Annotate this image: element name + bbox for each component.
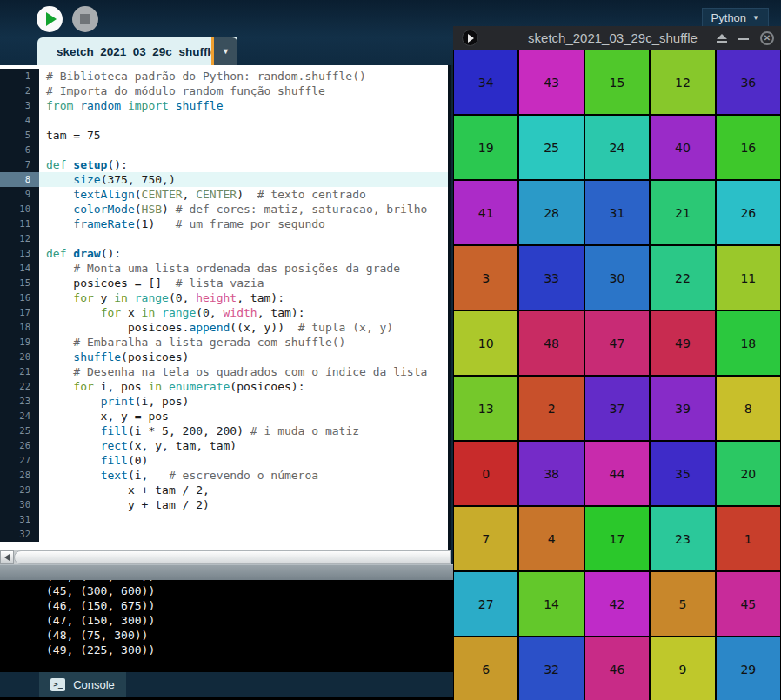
arrow-left-icon	[4, 554, 10, 561]
code-text: for y in range(0, height, tam):	[39, 290, 448, 305]
grid-cell: 5	[650, 571, 715, 637]
eject-icon	[717, 34, 727, 39]
line-number: 27	[0, 453, 39, 468]
grid-cell: 11	[716, 245, 781, 310]
code-text: rect(x, y, tam, tam)	[39, 438, 448, 453]
code-line[interactable]: 1# Biblioteca padrão do Python: random.s…	[0, 69, 448, 83]
grid-cell: 4	[518, 506, 584, 571]
code-line[interactable]: 11 frameRate(1) # um frame por segundo	[0, 217, 448, 231]
code-line[interactable]: 29 x + tam / 2,	[0, 483, 448, 497]
line-number: 30	[0, 497, 39, 512]
grid-cell: 41	[453, 180, 518, 245]
grid-cell: 23	[650, 506, 715, 571]
chevron-down-icon: ▼	[222, 47, 230, 56]
code-line[interactable]: 3from random import shuffle	[0, 98, 448, 113]
grid-cell: 43	[518, 50, 584, 115]
sketch-window-titlebar[interactable]: sketch_2021_03_29c_shuffle ✕	[453, 26, 781, 50]
code-line[interactable]: 9 textAlign(CENTER, CENTER) # texto cent…	[0, 187, 448, 202]
code-line[interactable]: 13def draw():	[0, 246, 448, 261]
line-number: 10	[0, 202, 39, 217]
grid-cell: 9	[650, 637, 715, 700]
code-line[interactable]: 10 colorMode(HSB) # def cores: matiz, sa…	[0, 202, 448, 217]
run-button[interactable]	[37, 6, 63, 32]
line-number: 28	[0, 468, 39, 483]
console-output[interactable]: (44, (150, 600))(45, (300, 600))(46, (15…	[0, 580, 453, 672]
grid-cell: 25	[518, 115, 584, 180]
play-icon	[468, 34, 474, 43]
code-line[interactable]: 31	[0, 512, 448, 527]
grid-cell: 18	[716, 310, 781, 376]
code-line[interactable]: 5tam = 75	[0, 128, 448, 143]
grid-cell: 16	[716, 115, 781, 180]
code-editor[interactable]: 1# Biblioteca padrão do Python: random.s…	[0, 65, 451, 550]
terminal-icon: >_	[50, 678, 65, 691]
grid-cell: 47	[584, 310, 650, 376]
scrollbar-thumb[interactable]	[14, 550, 451, 564]
grid-cell: 0	[453, 441, 518, 506]
editor-horizontal-scrollbar[interactable]	[0, 550, 451, 564]
code-line[interactable]: 14 # Monta uma lista ordenada das posiçõ…	[0, 261, 448, 276]
minimize-button[interactable]	[738, 37, 749, 40]
close-button[interactable]: ✕	[760, 31, 774, 45]
code-line[interactable]: 17 for x in range(0, width, tam):	[0, 305, 448, 320]
code-text: textAlign(CENTER, CENTER) # texto centra…	[39, 187, 448, 202]
code-text: # Importa do módulo random função shuffl…	[39, 83, 448, 98]
code-line[interactable]: 18 posicoes.append((x, y)) # tupla (x, y…	[0, 320, 448, 335]
code-line[interactable]: 19 # Embaralha a lista gerada com shuffl…	[0, 335, 448, 350]
sketch-tab-label: sketch_2021_03_29c_shuffle	[57, 45, 217, 58]
line-number: 16	[0, 290, 39, 305]
tab-menu-button[interactable]: ▼	[214, 37, 237, 65]
line-number: 32	[0, 527, 39, 542]
line-number: 29	[0, 483, 39, 497]
code-line[interactable]: 27 fill(0)	[0, 453, 448, 468]
grid-cell: 7	[453, 506, 518, 571]
code-line[interactable]: 15 posicoes = [] # lista vazia	[0, 276, 448, 290]
console-splitter-handle[interactable]	[0, 564, 453, 580]
grid-cell: 19	[453, 115, 518, 180]
grid-cell: 21	[650, 180, 715, 245]
code-text: for x in range(0, width, tam):	[39, 305, 448, 320]
shade-button[interactable]	[717, 34, 727, 43]
code-line[interactable]: 6	[0, 143, 448, 157]
code-line[interactable]: 2# Importa do módulo random função shuff…	[0, 83, 448, 98]
code-line[interactable]: 30 y + tam / 2)	[0, 497, 448, 512]
line-number: 22	[0, 379, 39, 394]
code-text: for i, pos in enumerate(posicoes):	[39, 379, 448, 394]
line-number: 6	[0, 143, 39, 157]
code-line[interactable]: 8 size(375, 750,)	[0, 172, 448, 187]
grid-cell: 14	[518, 571, 584, 637]
code-text: def draw():	[39, 246, 448, 261]
grid-cell: 42	[584, 571, 650, 637]
sketch-tab[interactable]: sketch_2021_03_29c_shuffle	[37, 37, 237, 65]
grid-cell: 20	[716, 441, 781, 506]
close-icon: ✕	[764, 33, 771, 43]
grid-cell: 37	[584, 376, 650, 441]
grid-cell: 40	[650, 115, 715, 180]
code-line[interactable]: 25 fill(i * 5, 200, 200) # i muda o mati…	[0, 423, 448, 438]
code-line[interactable]: 24 x, y = pos	[0, 409, 448, 423]
grid-cell: 17	[584, 506, 650, 571]
eject-icon-bar	[717, 41, 727, 43]
code-line[interactable]: 20 shuffle(posicoes)	[0, 350, 448, 364]
grid-cell: 28	[518, 180, 584, 245]
line-number: 4	[0, 113, 39, 128]
play-icon	[46, 12, 57, 26]
code-line[interactable]: 23 print(i, pos)	[0, 394, 448, 409]
scroll-left-button[interactable]	[0, 550, 14, 564]
code-line[interactable]: 16 for y in range(0, height, tam):	[0, 290, 448, 305]
line-number: 8	[0, 172, 39, 187]
code-line[interactable]: 26 rect(x, y, tam, tam)	[0, 438, 448, 453]
console-tab[interactable]: >_ Console	[39, 672, 126, 697]
grid-cell: 38	[518, 441, 584, 506]
code-line[interactable]: 32	[0, 527, 448, 542]
code-line[interactable]: 28 text(i, # escrevendo o númeroa	[0, 468, 448, 483]
line-number: 23	[0, 394, 39, 409]
stop-button[interactable]	[72, 6, 98, 32]
code-line[interactable]: 22 for i, pos in enumerate(posicoes):	[0, 379, 448, 394]
grid-cell: 48	[518, 310, 584, 376]
mode-selector[interactable]: Python ▼	[702, 8, 769, 28]
code-line[interactable]: 4	[0, 113, 448, 128]
code-line[interactable]: 12	[0, 231, 448, 246]
code-line[interactable]: 7def setup():	[0, 157, 448, 172]
code-line[interactable]: 21 # Desenha na tela os quadrados com o …	[0, 364, 448, 379]
